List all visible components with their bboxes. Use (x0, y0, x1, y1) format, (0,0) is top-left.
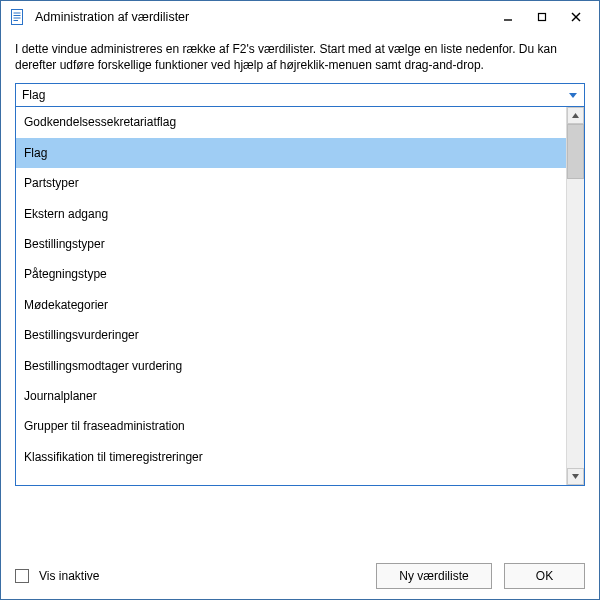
maximize-button[interactable] (525, 5, 559, 29)
scroll-down-button[interactable] (567, 468, 584, 485)
show-inactive-checkbox[interactable] (15, 569, 29, 583)
list-item[interactable]: Bestillingsvurderinger (16, 320, 566, 350)
close-button[interactable] (559, 5, 593, 29)
ok-button[interactable]: OK (504, 563, 585, 589)
spacer (15, 486, 585, 555)
list-item[interactable]: Journalplaner (16, 381, 566, 411)
ok-button-label: OK (536, 569, 553, 583)
svg-marker-10 (572, 113, 579, 118)
svg-rect-0 (12, 10, 23, 25)
scroll-thumb[interactable] (567, 124, 584, 179)
scrollbar[interactable] (566, 107, 584, 485)
footer: Vis inaktive Ny værdiliste OK (15, 563, 585, 589)
chevron-down-icon (566, 84, 580, 106)
show-inactive-label: Vis inaktive (39, 569, 364, 583)
list-item[interactable]: Ekstern adgang (16, 199, 566, 229)
list-item[interactable]: Mødekategorier (16, 290, 566, 320)
titlebar: Administration af værdilister (1, 1, 599, 33)
window-title: Administration af værdilister (35, 10, 491, 24)
list-item[interactable]: Påtegningstype (16, 259, 566, 289)
dropdown-panel: GodkendelsessekretariatflagFlagPartstype… (15, 107, 585, 486)
svg-marker-11 (572, 474, 579, 479)
document-icon (9, 8, 27, 26)
list-item[interactable]: Bestillingsmodtager vurdering (16, 351, 566, 381)
list-item[interactable]: Grupper til fraseadministration (16, 411, 566, 441)
list-item[interactable]: Partstyper (16, 168, 566, 198)
list-item[interactable]: Godkendelsessekretariatflag (16, 107, 566, 137)
list-item[interactable]: Flag (16, 138, 566, 168)
scroll-up-button[interactable] (567, 107, 584, 124)
svg-rect-6 (539, 14, 546, 21)
list-item[interactable]: Klassifikation til timeregistreringer (16, 442, 566, 472)
minimize-button[interactable] (491, 5, 525, 29)
body: I dette vindue administreres en række af… (1, 33, 599, 599)
list-item[interactable]: Bestillingstyper (16, 229, 566, 259)
list-selector-combo[interactable]: Flag (15, 83, 585, 107)
scroll-track[interactable] (567, 124, 584, 468)
intro-text: I dette vindue administreres en række af… (15, 41, 585, 73)
svg-marker-9 (569, 93, 577, 98)
window-root: Administration af værdilister I dette vi… (0, 0, 600, 600)
combo-selected-text: Flag (22, 88, 566, 102)
new-list-button[interactable]: Ny værdiliste (376, 563, 492, 589)
new-list-button-label: Ny værdiliste (399, 569, 468, 583)
dropdown-list[interactable]: GodkendelsessekretariatflagFlagPartstype… (16, 107, 566, 485)
